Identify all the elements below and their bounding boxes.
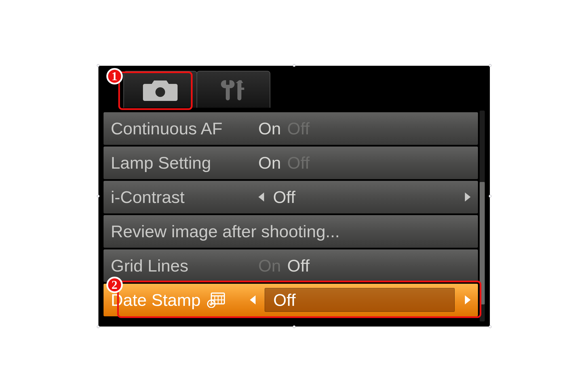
- option-on[interactable]: On: [258, 119, 281, 138]
- menu-label: i-Contrast: [111, 187, 247, 207]
- crop-mark: [489, 195, 492, 198]
- crop-mark: [97, 195, 100, 198]
- crop-mark: [489, 325, 492, 328]
- option-off[interactable]: Off: [287, 119, 310, 138]
- callout-badge-1: 1: [106, 68, 123, 84]
- option-off[interactable]: Off: [287, 256, 310, 276]
- camera-menu-screen: 1 2 Continuous AF On Off: [98, 66, 490, 327]
- arrow-right-icon[interactable]: [465, 295, 471, 304]
- menu-row-review-image[interactable]: Review image after shooting...: [104, 215, 478, 248]
- menu-row-continuous-af[interactable]: Continuous AF On Off: [104, 112, 478, 145]
- arrow-left-icon[interactable]: [250, 295, 256, 304]
- menu-label: Lamp Setting: [111, 153, 247, 173]
- scrollbar-thumb[interactable]: [480, 182, 485, 304]
- option-value: Off: [273, 187, 296, 207]
- menu-row-grid-lines[interactable]: Grid Lines On Off: [104, 249, 478, 282]
- option-value: Off: [273, 290, 296, 310]
- option-value-box: Off: [265, 288, 455, 312]
- tools-icon: [216, 77, 250, 102]
- tab-shooting[interactable]: [123, 71, 197, 108]
- menu-label: Continuous AF: [111, 119, 247, 138]
- camera-icon: [140, 77, 180, 102]
- menu-row-lamp-setting[interactable]: Lamp Setting On Off: [104, 147, 478, 179]
- tab-setup[interactable]: [197, 71, 270, 108]
- datestamp-icon: [207, 292, 225, 308]
- menu-scrollbar[interactable]: [480, 111, 485, 321]
- menu-list: Continuous AF On Off Lamp Setting On Off…: [104, 111, 478, 321]
- option-on[interactable]: On: [258, 153, 281, 173]
- crop-mark: [489, 64, 492, 67]
- menu-row-date-stamp[interactable]: Date Stamp Off: [104, 284, 478, 316]
- crop-mark: [293, 325, 296, 328]
- option-off[interactable]: Off: [287, 153, 310, 173]
- arrow-right-icon[interactable]: [465, 192, 471, 202]
- tab-bar: [104, 71, 485, 111]
- callout-badge-2: 2: [106, 277, 123, 293]
- arrow-left-icon[interactable]: [258, 192, 264, 202]
- menu-label: Review image after shooting...: [111, 222, 340, 241]
- menu-row-i-contrast[interactable]: i-Contrast Off: [104, 181, 478, 213]
- crop-mark: [97, 64, 100, 67]
- menu-label: Grid Lines: [111, 256, 247, 276]
- option-on[interactable]: On: [258, 256, 281, 276]
- crop-mark: [293, 64, 296, 67]
- menu-label: Date Stamp: [111, 290, 201, 310]
- crop-mark: [97, 325, 100, 328]
